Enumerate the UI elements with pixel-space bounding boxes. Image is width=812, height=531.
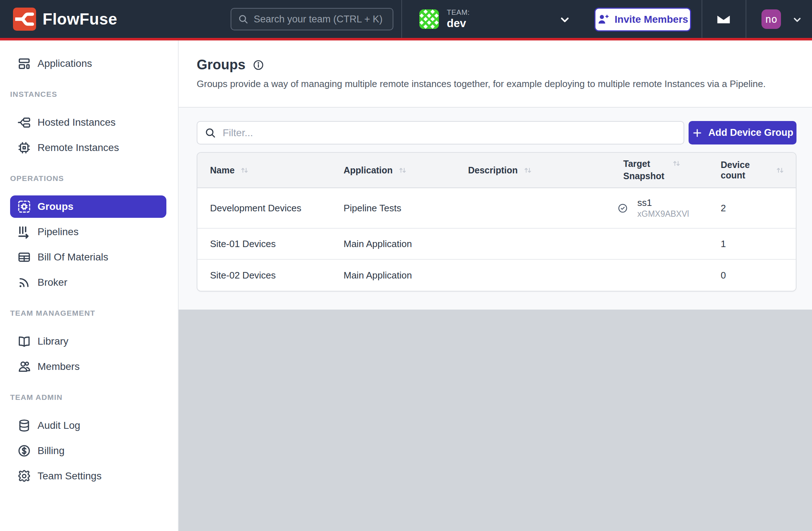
sidebar-section-team-management: TEAM MANAGEMENT (10, 308, 178, 318)
column-header-target-snapshot[interactable]: Target Snapshot (623, 158, 721, 182)
snapshot-name: ss1 (637, 197, 689, 208)
sidebar-item-audit-log[interactable]: Audit Log (10, 414, 166, 437)
sidebar-item-label: Audit Log (38, 420, 80, 431)
column-header-application[interactable]: Application (344, 165, 468, 176)
invite-members-button[interactable]: Invite Members (594, 8, 691, 31)
sidebar-item-label: Applications (38, 58, 92, 69)
sidebar-item-applications[interactable]: Applications (10, 52, 166, 75)
accent-bar (0, 38, 812, 40)
sort-icon (775, 165, 785, 175)
sidebar-item-label: Hosted Instances (38, 117, 115, 128)
sidebar-item-label: Remote Instances (38, 142, 119, 154)
team-avatar (419, 9, 439, 29)
group-name: Development Devices (210, 203, 344, 214)
bill-of-materials-icon (17, 250, 31, 264)
brand-name: FlowFuse (43, 10, 117, 28)
sidebar-item-label: Bill Of Materials (38, 251, 108, 263)
device-groups-table: Name Application Description Target Snap… (197, 152, 796, 292)
page-description: Groups provide a way of managing multipl… (197, 78, 812, 90)
group-application: Main Application (344, 270, 468, 281)
pipelines-icon (17, 225, 31, 239)
team-chevron-down-icon[interactable] (559, 14, 571, 26)
invite-members-label: Invite Members (615, 14, 688, 25)
sidebar: Applications INSTANCES Hosted Instances … (0, 40, 179, 531)
sidebar-item-groups[interactable]: Groups (10, 195, 166, 218)
search-input[interactable] (254, 14, 386, 25)
audit-log-icon (17, 419, 31, 432)
sidebar-section-instances: INSTANCES (10, 89, 178, 99)
sidebar-item-label: Members (38, 361, 80, 372)
groups-panel: Add Device Group Name Application Descri… (179, 108, 812, 310)
team-name: dev (447, 17, 470, 30)
user-plus-icon (597, 13, 610, 26)
table-row[interactable]: Development Devices Pipeline Tests ss1 x… (197, 188, 796, 229)
sidebar-item-pipelines[interactable]: Pipelines (10, 221, 166, 243)
user-avatar[interactable]: no (761, 9, 781, 29)
sort-icon (398, 165, 407, 175)
user-initials: no (765, 13, 777, 25)
group-name: Site-02 Devices (210, 270, 344, 281)
team-settings-icon (17, 469, 31, 483)
add-device-group-label: Add Device Group (708, 127, 794, 138)
sidebar-item-bill-of-materials[interactable]: Bill Of Materials (10, 246, 166, 268)
sidebar-item-label: Billing (38, 445, 65, 457)
device-count: 0 (721, 270, 796, 281)
content-background (179, 310, 812, 531)
plus-icon (692, 128, 703, 138)
team-selector[interactable]: TEAM: dev (419, 0, 470, 38)
top-navbar: FlowFuse (0, 0, 812, 38)
page-title: Groups (197, 57, 245, 73)
sidebar-item-remote-instances[interactable]: Remote Instances (10, 137, 166, 159)
device-count: 2 (721, 203, 796, 214)
remote-instances-icon (17, 141, 31, 155)
table-row[interactable]: Site-01 Devices Main Application 1 (197, 229, 796, 260)
notifications-button[interactable] (715, 11, 732, 27)
sidebar-item-billing[interactable]: Billing (10, 440, 166, 462)
target-snapshot-cell: ss1 xGMX9ABXVl (617, 197, 721, 219)
filter-search-icon (205, 127, 216, 139)
column-header-name[interactable]: Name (210, 165, 344, 176)
add-device-group-button[interactable]: Add Device Group (689, 121, 796, 144)
sidebar-section-operations: OPERATIONS (10, 173, 178, 184)
group-application: Main Application (344, 238, 468, 250)
sort-icon (240, 165, 249, 175)
broker-icon (17, 276, 31, 289)
sidebar-item-library[interactable]: Library (10, 330, 166, 353)
snapshot-id: xGMX9ABXVl (637, 209, 689, 219)
sidebar-item-label: Broker (38, 277, 67, 288)
applications-icon (17, 57, 31, 70)
sidebar-item-broker[interactable]: Broker (10, 271, 166, 294)
flowfuse-logo-icon (13, 8, 36, 31)
nav-divider (401, 0, 402, 38)
sidebar-item-team-settings[interactable]: Team Settings (10, 465, 166, 487)
table-row[interactable]: Site-02 Devices Main Application 0 (197, 260, 796, 291)
team-search[interactable] (231, 8, 393, 30)
sidebar-item-label: Team Settings (38, 470, 101, 482)
nav-divider (746, 0, 746, 38)
sidebar-item-label: Pipelines (38, 226, 79, 238)
hosted-instances-icon (17, 116, 31, 129)
billing-icon (17, 444, 31, 458)
device-count: 1 (721, 238, 796, 250)
main-content: Groups Groups provide a way of managing … (179, 40, 812, 531)
mail-icon (715, 11, 732, 27)
library-icon (17, 334, 31, 348)
user-menu-chevron-down-icon[interactable] (792, 14, 803, 25)
page-header: Groups Groups provide a way of managing … (179, 40, 812, 108)
check-circle-icon (617, 203, 628, 213)
info-icon[interactable] (253, 59, 264, 71)
sort-icon (523, 165, 533, 175)
members-icon (17, 360, 31, 374)
nav-divider (702, 0, 702, 38)
sidebar-item-members[interactable]: Members (10, 355, 166, 378)
groups-icon (17, 200, 31, 213)
column-header-description[interactable]: Description (468, 165, 623, 176)
filter-input[interactable] (223, 127, 676, 139)
group-application: Pipeline Tests (344, 203, 468, 214)
brand[interactable]: FlowFuse (13, 0, 117, 38)
column-header-device-count[interactable]: Device count (721, 160, 796, 181)
sidebar-item-label: Groups (38, 201, 74, 212)
sidebar-item-hosted-instances[interactable]: Hosted Instances (10, 111, 166, 134)
group-name: Site-01 Devices (210, 238, 344, 250)
filter-box[interactable] (197, 121, 684, 144)
